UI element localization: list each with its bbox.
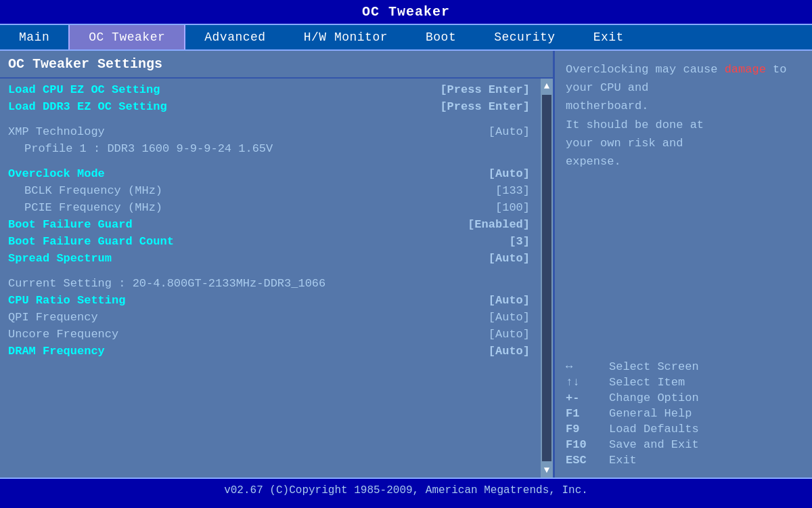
key-name-6: ESC xyxy=(566,454,601,467)
key-name-2: +- xyxy=(566,391,601,404)
key-row-4: F9Load Defaults xyxy=(566,421,801,437)
key-desc-5: Save and Exit xyxy=(609,438,699,451)
key-row-1: ↑↓Select Item xyxy=(566,375,801,390)
setting-row-16: Uncore Frequency[Auto] xyxy=(0,326,541,343)
setting-row-17[interactable]: DRAM Frequency[Auto] xyxy=(0,343,541,360)
setting-row-11[interactable]: Spread Spectrum[Auto] xyxy=(0,250,541,267)
setting-value-15: [Auto] xyxy=(489,311,530,324)
scroll-down-arrow[interactable]: ▼ xyxy=(542,463,551,478)
nav-item-main[interactable]: Main xyxy=(0,25,68,49)
setting-row-4: Profile 1 : DDR3 1600 9-9-9-24 1.65V xyxy=(0,140,541,157)
setting-row-0[interactable]: Load CPU EZ OC Setting[Press Enter] xyxy=(0,81,541,98)
setting-value-3: [Auto] xyxy=(489,125,530,138)
setting-value-6: [Auto] xyxy=(489,167,530,180)
key-name-3: F1 xyxy=(566,407,601,420)
setting-row-1[interactable]: Load DDR3 EZ OC Setting[Press Enter] xyxy=(0,98,541,115)
setting-name-9: Boot Failure Guard xyxy=(8,218,468,231)
key-name-4: F9 xyxy=(566,423,601,436)
setting-value-14: [Auto] xyxy=(489,294,530,307)
nav-item-oc-tweaker[interactable]: OC Tweaker xyxy=(68,25,185,49)
setting-row-13: Current Setting : 20-4.800GT-2133MHz-DDR… xyxy=(0,275,541,292)
key-name-0: ↔ xyxy=(566,360,601,373)
damage-word: damage xyxy=(725,63,766,76)
key-desc-6: Exit xyxy=(609,454,637,467)
key-row-2: +-Change Option xyxy=(566,390,801,406)
spacer-row xyxy=(0,267,541,275)
key-name-1: ↑↓ xyxy=(566,376,601,389)
setting-name-3: XMP Technology xyxy=(8,125,489,138)
title-bar: OC Tweaker xyxy=(0,0,812,24)
footer: v02.67 (C)Copyright 1985-2009, American … xyxy=(0,478,812,502)
setting-name-17: DRAM Frequency xyxy=(8,345,489,358)
spacer-row xyxy=(0,115,541,123)
setting-name-6: Overclock Mode xyxy=(8,167,489,180)
nav-item-h/w-monitor[interactable]: H/W Monitor xyxy=(285,25,407,49)
nav-item-security[interactable]: Security xyxy=(475,25,574,49)
setting-name-7: BCLK Frequency (MHz) xyxy=(24,184,495,197)
setting-name-0: Load CPU EZ OC Setting xyxy=(8,83,440,96)
setting-value-16: [Auto] xyxy=(489,328,530,341)
key-row-0: ↔Select Screen xyxy=(566,359,801,375)
setting-row-10[interactable]: Boot Failure Guard Count[3] xyxy=(0,233,541,250)
setting-value-11: [Auto] xyxy=(489,252,530,265)
scrollbar[interactable]: ▲ ▼ xyxy=(541,79,553,478)
help-text: Overclocking may cause damage to your CP… xyxy=(566,60,801,171)
key-desc-4: Load Defaults xyxy=(609,423,699,436)
nav-item-exit[interactable]: Exit xyxy=(574,25,643,49)
setting-row-9[interactable]: Boot Failure Guard[Enabled] xyxy=(0,216,541,233)
setting-name-15: QPI Frequency xyxy=(8,311,489,324)
right-panel: Overclocking may cause damage to your CP… xyxy=(555,51,812,478)
setting-name-14: CPU Ratio Setting xyxy=(8,294,489,307)
nav-bar: MainOC TweakerAdvancedH/W MonitorBootSec… xyxy=(0,24,812,51)
setting-value-8: [100] xyxy=(495,201,530,214)
setting-name-16: Uncore Frequency xyxy=(8,328,489,341)
setting-name-8: PCIE Frequency (MHz) xyxy=(24,201,495,214)
setting-row-7: BCLK Frequency (MHz)[133] xyxy=(0,182,541,199)
setting-name-11: Spread Spectrum xyxy=(8,252,489,265)
main-content: OC Tweaker Settings Load CPU EZ OC Setti… xyxy=(0,51,812,478)
title-text: OC Tweaker xyxy=(362,4,450,20)
setting-name-4: Profile 1 : DDR3 1600 9-9-9-24 1.65V xyxy=(24,142,530,155)
key-desc-3: General Help xyxy=(609,407,692,420)
spacer-row xyxy=(0,157,541,165)
footer-text: v02.67 (C)Copyright 1985-2009, American … xyxy=(224,484,588,496)
settings-list: Load CPU EZ OC Setting[Press Enter]Load … xyxy=(0,79,541,478)
key-desc-0: Select Screen xyxy=(609,360,699,373)
setting-row-6[interactable]: Overclock Mode[Auto] xyxy=(0,165,541,182)
setting-value-1: [Press Enter] xyxy=(440,100,530,113)
setting-name-13: Current Setting : 20-4.800GT-2133MHz-DDR… xyxy=(8,277,530,290)
key-name-5: F10 xyxy=(566,438,601,451)
nav-item-boot[interactable]: Boot xyxy=(407,25,475,49)
left-panel: OC Tweaker Settings Load CPU EZ OC Setti… xyxy=(0,51,555,478)
scroll-up-arrow[interactable]: ▲ xyxy=(542,79,551,93)
setting-name-10: Boot Failure Guard Count xyxy=(8,235,509,248)
key-row-6: ESCExit xyxy=(566,452,801,468)
key-desc-2: Change Option xyxy=(609,391,699,404)
setting-value-0: [Press Enter] xyxy=(440,83,530,96)
nav-item-advanced[interactable]: Advanced xyxy=(185,25,284,49)
setting-row-3: XMP Technology[Auto] xyxy=(0,123,541,140)
setting-value-17: [Auto] xyxy=(489,345,530,358)
key-row-3: F1General Help xyxy=(566,406,801,421)
key-row-5: F10Save and Exit xyxy=(566,437,801,452)
help-line2: to your CPU andmotherboard.It should be … xyxy=(566,63,786,168)
setting-row-15: QPI Frequency[Auto] xyxy=(0,309,541,326)
setting-value-7: [133] xyxy=(495,184,530,197)
scroll-thumb[interactable] xyxy=(542,95,551,461)
left-panel-body: Load CPU EZ OC Setting[Press Enter]Load … xyxy=(0,79,553,478)
left-panel-header: OC Tweaker Settings xyxy=(0,51,553,79)
key-bindings: ↔Select Screen↑↓Select Item+-Change Opti… xyxy=(566,359,801,468)
help-line1: Overclocking may cause xyxy=(566,63,725,76)
setting-value-9: [Enabled] xyxy=(468,218,530,231)
setting-row-8: PCIE Frequency (MHz)[100] xyxy=(0,199,541,216)
key-desc-1: Select Item xyxy=(609,376,685,389)
setting-row-14[interactable]: CPU Ratio Setting[Auto] xyxy=(0,292,541,309)
setting-name-1: Load DDR3 EZ OC Setting xyxy=(8,100,440,113)
setting-value-10: [3] xyxy=(509,235,530,248)
